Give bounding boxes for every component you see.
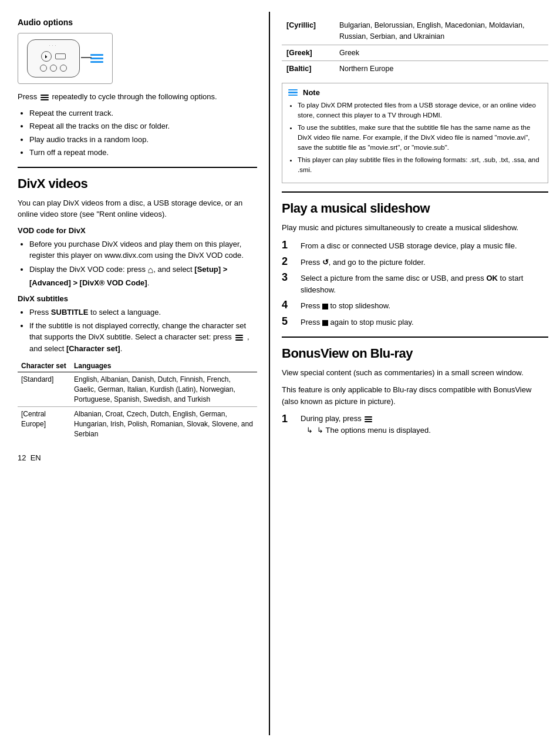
musical-steps: 1 From a disc or connected USB storage d…: [282, 239, 548, 328]
section-divider: [18, 167, 257, 168]
table-row: [Standard] English, Albanian, Danish, Du…: [18, 372, 257, 407]
subtitle-bullet-2: If the subtitle is not displayed correct…: [29, 320, 257, 355]
lang-baltic: Northern Europe: [335, 61, 548, 77]
note-list: To play DivX DRM protected files from a …: [298, 100, 542, 175]
divx-intro: You can play DivX videos from a disc, a …: [18, 197, 257, 220]
note-box: Note To play DivX DRM protected files fr…: [282, 83, 548, 183]
character-set-bold: [Character set]: [66, 344, 120, 353]
step-3: 3 Select a picture from the same disc or…: [282, 271, 548, 295]
musical-slideshow-section: Play a musical slideshow Play music and …: [282, 201, 548, 328]
bonusview-step-1-content: During play, press ↳ ↳ The options menu …: [301, 413, 431, 436]
bonusview-step-1: 1 During play, press ↳ ↳ The options men…: [282, 413, 548, 436]
bonusview-arrow-text: ↳ ↳ The options menu is displayed.: [306, 426, 431, 435]
stop-icon-2: [322, 320, 328, 326]
note-title: Note: [303, 88, 320, 97]
bonusview-intro2: This feature is only applicable to Blu-r…: [282, 384, 548, 407]
character-table: Character set Languages [Standard] Engli…: [18, 360, 257, 442]
audio-bullets: Repeat the current track. Repeat all the…: [29, 107, 257, 159]
divx-section: DivX videos You can play DivX videos fro…: [18, 176, 257, 442]
bonusview-section: BonusView on Blu-ray View special conten…: [282, 346, 548, 436]
page-lang: EN: [31, 453, 41, 462]
note-icon: [288, 89, 298, 96]
step-5: 5 Press again to stop music play.: [282, 315, 548, 328]
subtitle-bullet-1: Press SUBTITLE to select a language.: [29, 307, 257, 318]
bonusview-steps: 1 During play, press ↳ ↳ The options men…: [282, 413, 548, 436]
cyrillic-table: [Cyrillic] Bulgarian, Belorussian, Engli…: [282, 18, 548, 77]
char-greek: [Greek]: [282, 45, 335, 61]
vod-title: VOD code for DivX: [18, 226, 257, 235]
audio-diagram: ··· ⏵: [18, 33, 113, 84]
char-cyrillic: [Cyrillic]: [282, 18, 335, 45]
step-3-text: Select a picture from the same disc or U…: [301, 271, 548, 295]
lang-cyrillic: Bulgarian, Belorussian, English, Macedon…: [335, 18, 548, 45]
divx-title: DivX videos: [18, 176, 257, 191]
bullet-item: Repeat all the tracks on the disc or fol…: [29, 120, 257, 132]
step-5-text: Press again to stop music play.: [301, 315, 414, 328]
musical-intro: Play music and pictures simultaneously t…: [282, 222, 548, 234]
step-4: 4 Press to stop slideshow.: [282, 299, 548, 312]
table-row: [Baltic] Northern Europe: [282, 61, 548, 77]
stop-icon: [322, 304, 328, 309]
step-2-text: Press ↺, and go to the picture folder.: [301, 255, 426, 268]
char-baltic: [Baltic]: [282, 61, 335, 77]
musical-title: Play a musical slideshow: [282, 201, 548, 216]
table-row: [Central Europe] Albanian, Croat, Czech,…: [18, 407, 257, 442]
step-2: 2 Press ↺, and go to the picture folder.: [282, 255, 548, 268]
step-4-text: Press to stop slideshow.: [301, 299, 390, 312]
lang-greek: Greek: [335, 45, 548, 61]
page-footer: 12 EN: [18, 453, 257, 462]
table-header-char: Character set: [18, 360, 70, 372]
subtitle-bullets: Press SUBTITLE to select a language. If …: [29, 307, 257, 354]
note-item: To play DivX DRM protected files from a …: [298, 100, 542, 120]
bullet-item: Repeat the current track.: [29, 107, 257, 119]
bullet-item: Play audio tracks in a random loop.: [29, 134, 257, 146]
note-header: Note: [288, 88, 542, 97]
char-set-standard: [Standard]: [18, 372, 70, 407]
audio-press-text: Press repeatedly to cycle through the fo…: [18, 91, 257, 103]
audio-options-title: Audio options: [18, 18, 257, 27]
note-item: This player can play subtitle files in t…: [298, 155, 542, 174]
vod-bullets: Before you purchase DivX videos and play…: [29, 238, 257, 289]
bonusview-title: BonusView on Blu-ray: [282, 346, 548, 361]
table-row: [Cyrillic] Bulgarian, Belorussian, Engli…: [282, 18, 548, 45]
vod-bullet-1: Before you purchase DivX videos and play…: [29, 238, 257, 261]
vod-bullet-2: Display the DivX VOD code: press ⌂, and …: [29, 263, 257, 289]
lang-standard: English, Albanian, Danish, Dutch, Finnis…: [70, 372, 257, 407]
page-number: 12: [18, 453, 26, 462]
step-1: 1 From a disc or connected USB storage d…: [282, 239, 548, 252]
note-item: To use the subtitles, make sure that the…: [298, 123, 542, 152]
step-1-text: From a disc or connected USB storage dev…: [301, 239, 517, 252]
char-set-central: [Central Europe]: [18, 407, 70, 442]
table-row: [Greek] Greek: [282, 45, 548, 61]
right-column: [Cyrillic] Bulgarian, Belorussian, Engli…: [270, 12, 560, 735]
bonusview-intro1: View special content (such as commentari…: [282, 367, 548, 379]
audio-options-section: Audio options ··· ⏵: [18, 18, 257, 159]
section-divider-bonusview: [282, 337, 548, 338]
lang-central: Albanian, Croat, Czech, Dutch, English, …: [70, 407, 257, 442]
bullet-item: Turn off a repeat mode.: [29, 147, 257, 159]
left-column: Audio options ··· ⏵: [0, 12, 270, 735]
section-divider-musical: [282, 191, 548, 193]
vod-code-bold: [Setup] > [Advanced] > [DivX® VOD Code]: [29, 265, 227, 287]
table-header-lang: Languages: [70, 360, 257, 372]
subtitle-title: DivX subtitles: [18, 294, 257, 303]
